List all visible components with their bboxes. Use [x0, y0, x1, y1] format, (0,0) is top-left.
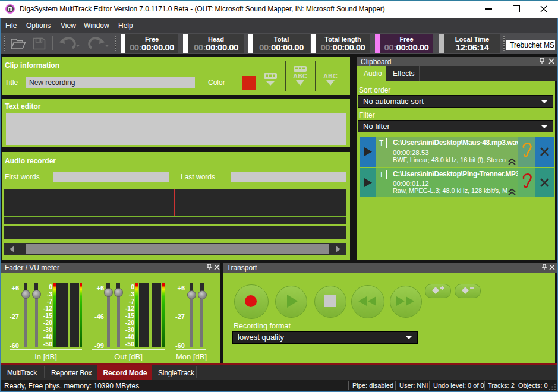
- svg-text:ABC: ABC: [323, 72, 338, 80]
- svg-text:ABC: ABC: [293, 72, 307, 80]
